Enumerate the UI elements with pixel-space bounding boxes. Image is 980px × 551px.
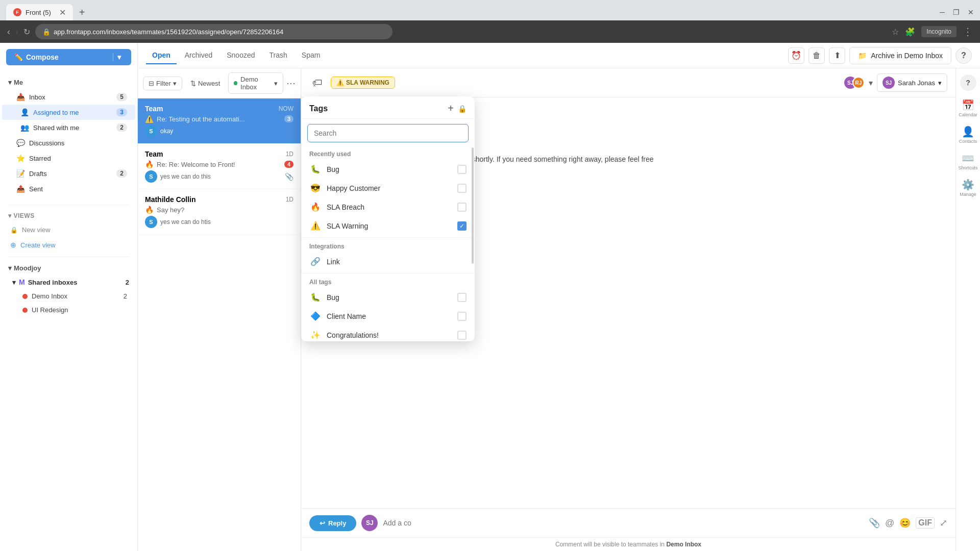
sidebar-item-create-view[interactable]: ⊕ Create view: [2, 237, 135, 253]
sidebar-item-demo-inbox[interactable]: Demo Inbox 2: [2, 289, 135, 303]
moodjoy-section: ▾ Moodjoy ▾ M Shared inboxes 2 Demo Inbo…: [0, 261, 137, 317]
sidebar-item-drafts[interactable]: 📝 Drafts 2: [2, 166, 135, 181]
shortcuts-label: Shortcuts: [958, 165, 977, 170]
conv-avatar-2: S: [145, 170, 157, 183]
views-header[interactable]: ▾ Views: [0, 209, 137, 222]
assignee-button[interactable]: SJ Sarah Jonas ▾: [877, 73, 947, 92]
calendar-label: Calendar: [959, 112, 977, 117]
browser-tab[interactable]: F Front (5) ✕: [6, 4, 73, 20]
tag-item-congrats[interactable]: ✨ Congratulations!: [301, 325, 475, 341]
ui-redesign-dot: [22, 308, 28, 313]
tag-item-sla-warning[interactable]: ⚠️ SLA Warning ✓: [301, 216, 475, 235]
forward-button[interactable]: ›: [15, 27, 18, 37]
sidebar-item-starred[interactable]: ⭐ Starred: [2, 151, 135, 166]
sidebar: ✏️ Compose ▾ ▾ Me 📥 Inbox 5 👤 Assigned t…: [0, 43, 138, 551]
shared-inboxes-count: 2: [126, 279, 129, 286]
reply-button[interactable]: ↩ Reply: [309, 515, 356, 531]
client-checkbox[interactable]: [457, 312, 467, 321]
happy-checkbox-recent[interactable]: [457, 184, 467, 193]
plus-icon: ⊕: [10, 241, 16, 249]
drafts-icon: 📝: [16, 169, 25, 178]
shared-count: 2: [116, 123, 127, 132]
tag-item-link[interactable]: 🔗 Link: [301, 252, 475, 271]
help-button[interactable]: ?: [955, 47, 972, 64]
expand-icon[interactable]: ⤢: [940, 517, 947, 529]
sidebar-item-sent[interactable]: 📤 Sent: [2, 181, 135, 196]
bug-checkbox-all[interactable]: [457, 293, 467, 302]
congrats-checkbox[interactable]: [457, 331, 467, 340]
filter-icon: ⊟: [149, 80, 154, 87]
address-bar[interactable]: 🔒 app.frontapp.com/inboxes/teammates/156…: [35, 24, 393, 39]
tab-spam[interactable]: Spam: [296, 47, 327, 64]
inbox-count: 5: [116, 93, 127, 101]
avatar-expand-icon[interactable]: ▾: [869, 78, 873, 88]
menu-icon[interactable]: ⋮: [963, 26, 973, 38]
star-icon[interactable]: ☆: [892, 27, 899, 37]
moodjoy-header[interactable]: ▾ Moodjoy: [0, 261, 137, 275]
tab-trash[interactable]: Trash: [263, 47, 293, 64]
snooze-icon-btn[interactable]: ⏰: [788, 47, 804, 64]
delete-icon-btn[interactable]: 🗑: [808, 47, 825, 64]
minimize-button[interactable]: ─: [940, 8, 945, 16]
filter-dropdown-icon: ▾: [173, 80, 177, 87]
emoji-icon[interactable]: 😊: [899, 517, 911, 529]
archive-button[interactable]: 📁 Archive in Demo Inbox: [849, 47, 951, 64]
conv-list-toolbar: ⊟ Filter ▾ ⇅ Newest Demo Inbox ▾ ⋯: [138, 68, 301, 98]
conv-item-1[interactable]: Team NOW ⚠️ Re: Testing out the automati…: [138, 98, 301, 144]
inbox-selector[interactable]: Demo Inbox ▾: [228, 72, 283, 94]
lock-icon: 🔒: [42, 28, 51, 36]
conv-item-3[interactable]: Mathilde Collin 1D 🔥 Say hey? S yes we c…: [138, 189, 301, 235]
maximize-button[interactable]: ❐: [953, 8, 960, 16]
right-help-button[interactable]: ?: [960, 74, 976, 91]
tag-item-happy-recent[interactable]: 😎 Happy Customer: [301, 179, 475, 197]
tags-title: Tags: [309, 104, 328, 113]
sort-button[interactable]: ⇅ Newest: [185, 77, 225, 90]
manage-button[interactable]: ⚙️ Manage: [960, 179, 976, 197]
tab-close-icon[interactable]: ✕: [59, 8, 66, 17]
tags-header: Tags + 🔒: [301, 96, 475, 119]
shortcuts-button[interactable]: ⌨️ Shortcuts: [958, 152, 977, 170]
tag-item-client[interactable]: 🔷 Client Name: [301, 307, 475, 325]
extension-icon[interactable]: 🧩: [905, 27, 915, 37]
tab-archived[interactable]: Archived: [179, 47, 218, 64]
warning-emoji: ⚠️: [309, 221, 322, 231]
breach-checkbox[interactable]: [457, 203, 467, 212]
tab-open[interactable]: Open: [146, 47, 177, 64]
reload-button[interactable]: ↻: [23, 27, 30, 37]
filter-button[interactable]: ⊟ Filter ▾: [143, 77, 182, 90]
compose-button[interactable]: ✏️ Compose ▾: [6, 49, 131, 65]
bug-checkbox-recent[interactable]: [457, 165, 467, 174]
calendar-button[interactable]: 📅 Calendar: [959, 99, 977, 117]
new-tab-button[interactable]: +: [75, 7, 89, 18]
shared-inboxes-header[interactable]: ▾ M Shared inboxes 2: [0, 275, 137, 289]
tags-add-icon[interactable]: +: [448, 103, 454, 114]
sidebar-item-new-view[interactable]: 🔒 New view: [2, 222, 135, 237]
tag-button[interactable]: 🏷: [309, 74, 326, 91]
back-button[interactable]: ‹: [7, 27, 10, 37]
conv-item-2[interactable]: Team 1D 🔥 Re: Re: Welcome to Front! 4 S …: [138, 144, 301, 189]
bug-label-all: Bug: [327, 293, 452, 302]
tags-search-input[interactable]: [307, 124, 469, 142]
sidebar-item-ui-redesign[interactable]: UI Redesign: [2, 303, 135, 317]
gif-icon[interactable]: GIF: [916, 517, 935, 529]
contacts-button[interactable]: 👤 Contacts: [959, 126, 977, 144]
sidebar-item-discussions[interactable]: 💬 Discussions: [2, 135, 135, 151]
warning-checkbox[interactable]: ✓: [457, 221, 467, 231]
tag-item-bug-recent[interactable]: 🐛 Bug: [301, 160, 475, 179]
attachment-reply-icon[interactable]: 📎: [869, 517, 880, 529]
tab-snoozed[interactable]: Snoozed: [220, 47, 261, 64]
close-button[interactable]: ✕: [968, 8, 974, 16]
sidebar-item-assigned[interactable]: 👤 Assigned to me 3: [2, 105, 135, 120]
mention-icon[interactable]: @: [885, 518, 894, 529]
compose-dropdown-icon[interactable]: ▾: [113, 53, 123, 61]
sidebar-item-shared[interactable]: 👥 Shared with me 2: [2, 120, 135, 135]
reply-input[interactable]: [383, 519, 864, 527]
sidebar-me-header[interactable]: ▾ Me: [0, 76, 137, 89]
profile-button[interactable]: Incognito: [921, 26, 957, 37]
move-icon-btn[interactable]: ⬆: [829, 47, 845, 64]
more-options-button[interactable]: ⋯: [286, 78, 296, 89]
detail-toolbar: 🏷 ⚠️ SLA WARNING SJ RJ ▾ SJ Sarah J: [301, 68, 955, 97]
sidebar-item-inbox[interactable]: 📥 Inbox 5: [2, 89, 135, 105]
tag-item-bug-all[interactable]: 🐛 Bug: [301, 288, 475, 307]
tag-item-sla-breach[interactable]: 🔥 SLA Breach: [301, 197, 475, 216]
